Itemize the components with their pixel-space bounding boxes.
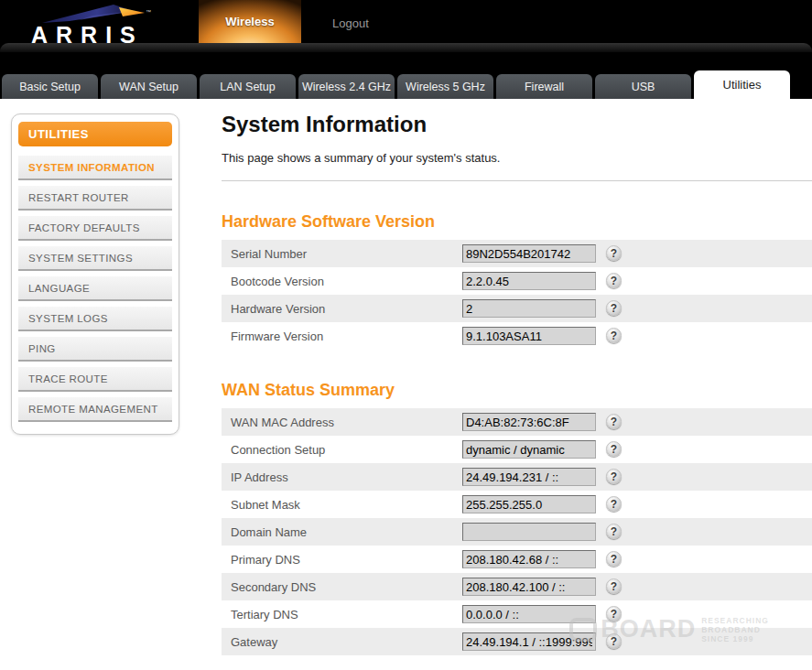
help-icon[interactable]: ? xyxy=(606,633,622,649)
help-icon[interactable]: ? xyxy=(606,551,622,567)
row-label: Domain Name xyxy=(231,525,307,539)
page-subtitle: This page shows a summary of your system… xyxy=(222,151,812,165)
row-value-field[interactable] xyxy=(462,440,596,459)
row-value-field[interactable] xyxy=(462,272,596,290)
row-value-field[interactable] xyxy=(462,244,596,263)
section-heading: Hardware Software Version xyxy=(222,212,812,232)
help-icon[interactable]: ? xyxy=(606,273,622,288)
table-row: Secondary DNS ? xyxy=(222,573,812,600)
tab-wireless-5-ghz[interactable]: Wireless 5 GHz xyxy=(397,74,493,99)
tab-wan-setup[interactable]: WAN Setup xyxy=(101,74,197,99)
sidebar-item-restart-router[interactable]: RESTART ROUTER xyxy=(18,186,172,211)
help-icon[interactable]: ? xyxy=(606,328,622,343)
row-label: Primary DNS xyxy=(231,553,300,567)
section-rows: WAN MAC Address ? Connection Setup ? IP … xyxy=(222,408,812,655)
row-value-field[interactable] xyxy=(462,413,596,431)
section-rows: Serial Number ? Bootcode Version ? Hardw… xyxy=(222,240,812,350)
sidebar-item-system-information[interactable]: SYSTEM INFORMATION xyxy=(18,156,172,180)
table-row: Tertiary DNS ? xyxy=(222,600,812,628)
table-row: Bootcode Version ? xyxy=(222,267,812,295)
tab-wireless-2-4-ghz[interactable]: Wireless 2.4 GHz xyxy=(298,74,395,99)
header-bottom-strip xyxy=(0,43,812,52)
row-value-field[interactable] xyxy=(462,632,596,651)
main-panel: System Information This page shows a sum… xyxy=(222,99,812,655)
sidebar-item-ping[interactable]: PING xyxy=(18,337,172,362)
tab-firewall[interactable]: Firewall xyxy=(496,74,592,99)
info-section: WAN Status Summary WAN MAC Address ? Con… xyxy=(222,381,812,655)
row-label: IP Address xyxy=(231,470,288,484)
row-label: Hardware Version xyxy=(231,302,325,316)
help-icon[interactable]: ? xyxy=(606,578,622,594)
tab-utilities[interactable]: Utilities xyxy=(694,70,790,99)
row-label: Subnet Mask xyxy=(231,498,300,512)
row-value-field[interactable] xyxy=(462,605,596,623)
page-title: System Information xyxy=(222,112,812,137)
table-row: WAN MAC Address ? xyxy=(222,408,812,436)
sidebar-items: SYSTEM INFORMATIONRESTART ROUTERFACTORY … xyxy=(18,156,172,422)
table-row: IP Address ? xyxy=(222,463,812,491)
help-icon[interactable]: ? xyxy=(606,245,622,261)
table-row: Hardware Version ? xyxy=(222,295,812,322)
table-row: Primary DNS ? xyxy=(222,546,812,573)
header-nav-wireless-label: Wireless xyxy=(225,15,274,28)
row-value-field[interactable] xyxy=(462,523,596,541)
svg-text:™: ™ xyxy=(146,9,151,15)
sidebar-title: UTILITIES xyxy=(18,122,172,146)
section-heading: WAN Status Summary xyxy=(222,381,812,400)
row-label: Secondary DNS xyxy=(231,580,316,594)
sidebar-item-system-settings[interactable]: SYSTEM SETTINGS xyxy=(18,246,172,271)
row-label: Tertiary DNS xyxy=(231,608,298,621)
table-row: Gateway ? xyxy=(222,628,812,655)
row-value-field[interactable] xyxy=(462,550,596,568)
info-section: Hardware Software Version Serial Number … xyxy=(222,212,812,350)
table-row: Connection Setup ? xyxy=(222,436,812,463)
main-tab-bar: Basic Setup WAN Setup LAN Setup Wireless… xyxy=(0,52,812,99)
help-icon[interactable]: ? xyxy=(606,606,622,621)
row-value-field[interactable] xyxy=(462,495,596,513)
row-value-field[interactable] xyxy=(462,299,596,318)
sidebar-item-factory-defaults[interactable]: FACTORY DEFAULTS xyxy=(18,216,172,241)
sidebar-item-system-logs[interactable]: SYSTEM LOGS xyxy=(18,307,172,331)
tab-usb[interactable]: USB xyxy=(595,74,691,99)
table-row: Serial Number ? xyxy=(222,240,812,267)
row-value-field[interactable] xyxy=(462,327,596,345)
header-nav-logout[interactable]: Logout xyxy=(332,16,369,30)
content-area: UTILITIES SYSTEM INFORMATIONRESTART ROUT… xyxy=(0,99,812,670)
sidebar: UTILITIES SYSTEM INFORMATIONRESTART ROUT… xyxy=(11,113,179,435)
tab-lan-setup[interactable]: LAN Setup xyxy=(200,74,296,99)
row-label: Connection Setup xyxy=(231,443,325,457)
table-row: Subnet Mask ? xyxy=(222,491,812,518)
row-label: Firmware Version xyxy=(231,330,323,343)
row-label: Gateway xyxy=(231,635,277,649)
sidebar-item-language[interactable]: LANGUAGE xyxy=(18,276,172,301)
row-label: Bootcode Version xyxy=(231,275,324,288)
sidebar-item-trace-route[interactable]: TRACE ROUTE xyxy=(18,367,172,392)
help-icon[interactable]: ? xyxy=(606,414,622,429)
help-icon[interactable]: ? xyxy=(606,469,622,484)
row-value-field[interactable] xyxy=(462,578,596,596)
row-label: WAN MAC Address xyxy=(231,416,334,429)
divider xyxy=(222,180,812,181)
sidebar-item-remote-management[interactable]: REMOTE MANAGEMENT xyxy=(18,397,172,422)
table-row: Domain Name ? xyxy=(222,518,812,546)
top-header: ™ ARRIS Wireless Logout xyxy=(0,0,812,52)
row-label: Serial Number xyxy=(231,247,307,261)
help-icon[interactable]: ? xyxy=(606,441,622,457)
table-row: Firmware Version ? xyxy=(222,322,812,350)
help-icon[interactable]: ? xyxy=(606,496,622,512)
sections-container: Hardware Software Version Serial Number … xyxy=(222,212,812,655)
tab-basic-setup[interactable]: Basic Setup xyxy=(2,74,98,99)
help-icon[interactable]: ? xyxy=(606,524,622,539)
row-value-field[interactable] xyxy=(462,468,596,486)
help-icon[interactable]: ? xyxy=(606,300,622,316)
